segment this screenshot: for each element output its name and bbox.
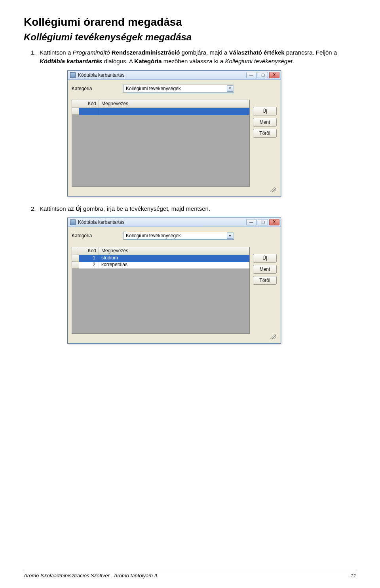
step-1: 1.Kattintson a Programindító Rendszeradm… — [40, 48, 356, 66]
category-value: Kollégiumi tevékenységek — [126, 233, 181, 238]
category-label: Kategória — [72, 86, 123, 91]
page-number: 11 — [351, 573, 356, 579]
delete-button[interactable]: Töröl — [253, 276, 277, 285]
data-grid[interactable]: Kód Megnevezés 1stúdium2korrepetálás — [72, 247, 250, 334]
grid-header: Kód Megnevezés — [72, 100, 249, 108]
table-row[interactable] — [72, 108, 249, 115]
minimize-button[interactable]: — — [246, 219, 256, 225]
dialog-kodtabla-1: Kódtábla karbantartás — ▢ X Kategória Ko… — [67, 70, 281, 197]
titlebar[interactable]: Kódtábla karbantartás — ▢ X — [68, 218, 281, 227]
save-button[interactable]: Ment — [253, 118, 277, 127]
col-megnevezes[interactable]: Megnevezés — [99, 247, 249, 255]
data-grid[interactable]: Kód Megnevezés — [72, 100, 250, 187]
footer-text: Aromo Iskolaadminisztrációs Szoftver - A… — [24, 573, 159, 579]
col-megnevezes[interactable]: Megnevezés — [99, 100, 249, 108]
category-combobox[interactable]: Kollégiumi tevékenységek ▼ — [123, 85, 234, 93]
window-title: Kódtábla karbantartás — [78, 72, 246, 78]
cell-megnevezes: stúdium — [99, 255, 249, 262]
chevron-down-icon[interactable]: ▼ — [227, 233, 233, 239]
step-2: 2.Kattintson az Új gombra, írja be a tev… — [40, 204, 356, 213]
chevron-down-icon[interactable]: ▼ — [227, 85, 233, 92]
close-button[interactable]: X — [269, 219, 279, 225]
dialog-kodtabla-2: Kódtábla karbantartás — ▢ X Kategória Ko… — [67, 217, 281, 344]
page-title: Kollégiumi órarend megadása — [24, 16, 356, 28]
new-button[interactable]: Új — [253, 107, 277, 115]
resize-grip-icon[interactable] — [270, 334, 276, 339]
maximize-button[interactable]: ▢ — [258, 72, 268, 78]
step-2-number: 2. — [31, 204, 40, 213]
col-kod[interactable]: Kód — [79, 100, 99, 108]
new-button[interactable]: Új — [253, 254, 277, 263]
cell-kod: 2 — [79, 262, 99, 268]
minimize-button[interactable]: — — [246, 72, 256, 78]
close-button[interactable]: X — [269, 72, 279, 78]
page-subtitle: Kollégiumi tevékenységek megadása — [24, 32, 356, 43]
window-icon — [70, 72, 76, 78]
page-footer: Aromo Iskolaadminisztrációs Szoftver - A… — [24, 570, 356, 579]
category-combobox[interactable]: Kollégiumi tevékenységek ▼ — [123, 232, 234, 240]
save-button[interactable]: Ment — [253, 265, 277, 274]
titlebar[interactable]: Kódtábla karbantartás — ▢ X — [68, 71, 281, 80]
window-title: Kódtábla karbantartás — [78, 219, 246, 225]
table-row[interactable]: 2korrepetálás — [72, 262, 249, 268]
table-row[interactable]: 1stúdium — [72, 255, 249, 262]
grid-header: Kód Megnevezés — [72, 247, 249, 255]
category-label: Kategória — [72, 233, 123, 238]
col-kod[interactable]: Kód — [79, 247, 99, 255]
maximize-button[interactable]: ▢ — [258, 219, 268, 225]
window-icon — [70, 219, 76, 225]
category-value: Kollégiumi tevékenységek — [126, 86, 181, 91]
delete-button[interactable]: Töröl — [253, 129, 277, 138]
resize-grip-icon[interactable] — [270, 187, 276, 192]
step-1-number: 1. — [31, 48, 40, 57]
cell-megnevezes: korrepetálás — [99, 262, 249, 268]
cell-kod: 1 — [79, 255, 99, 262]
